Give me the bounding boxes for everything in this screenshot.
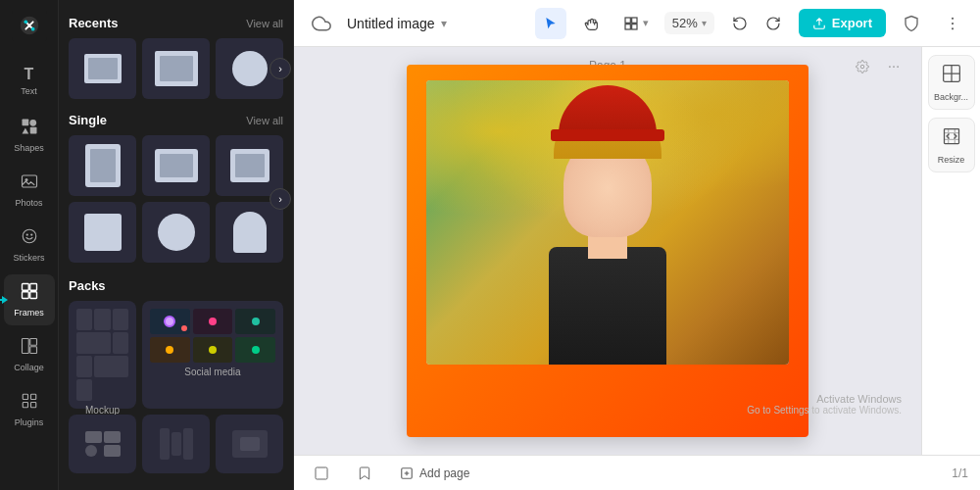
page-settings-button[interactable] — [851, 55, 874, 78]
recent-frame-2[interactable] — [142, 38, 210, 99]
activate-windows-notice: Activate Windows Go to Settings to activ… — [747, 393, 902, 416]
svg-rect-5 — [29, 127, 36, 134]
svg-point-30 — [889, 66, 891, 68]
pack-item-5[interactable] — [216, 415, 283, 473]
layout-chevron-icon: ▾ — [643, 17, 649, 29]
svg-point-10 — [30, 233, 32, 235]
nav-sidebar: T Text Shapes Photos — [0, 0, 59, 490]
app-logo[interactable] — [12, 8, 47, 43]
nav-item-shapes[interactable]: Shapes — [4, 110, 55, 161]
frame-shape-wide — [155, 51, 198, 86]
canvas-main[interactable]: Page 1 — [294, 47, 921, 455]
resize-icon — [942, 126, 961, 151]
packs-row2 — [69, 415, 283, 473]
nav-label-frames: Frames — [14, 308, 44, 318]
frame-shape-rect — [84, 54, 122, 83]
svg-rect-16 — [29, 339, 36, 346]
canvas-area: Page 1 — [294, 47, 980, 455]
top-bar: Untitled image ▾ ▾ — [294, 0, 980, 47]
single-next-btn[interactable]: › — [270, 188, 291, 210]
cursor-tool-button[interactable] — [535, 8, 566, 39]
photo-frame — [426, 80, 789, 365]
nav-item-plugins[interactable]: Plugins — [4, 384, 55, 435]
pack-mockup[interactable]: Mockup — [69, 301, 136, 409]
layout-tool-button[interactable]: ▾ — [617, 8, 655, 39]
single-view-all[interactable]: View all — [246, 115, 283, 126]
svg-rect-12 — [29, 284, 36, 291]
add-page-label: Add page — [419, 466, 469, 480]
single-frame-5[interactable] — [142, 202, 210, 263]
undo-button[interactable] — [724, 8, 756, 39]
bottom-bar: Add page 1/1 — [294, 455, 980, 490]
recents-header: Recents View all — [69, 16, 283, 30]
pack-item-4[interactable] — [142, 415, 210, 473]
packs-header: Packs — [69, 278, 283, 293]
more-options-button[interactable] — [937, 8, 968, 39]
design-canvas[interactable] — [407, 65, 808, 437]
frames-icon — [21, 282, 38, 305]
resize-button[interactable]: Resize — [928, 118, 975, 172]
packs-grid: Mockup — [69, 301, 283, 409]
single-frame-6[interactable] — [216, 202, 283, 263]
svg-point-9 — [25, 233, 27, 235]
nav-item-frames[interactable]: Frames — [4, 274, 55, 325]
recents-grid: › — [69, 38, 283, 99]
recents-view-all[interactable]: View all — [246, 18, 283, 29]
svg-point-27 — [952, 22, 954, 24]
add-page-button[interactable]: Add page — [392, 463, 477, 484]
nav-item-photos[interactable]: Photos — [4, 165, 55, 216]
redo-button[interactable] — [758, 8, 789, 39]
svg-point-28 — [952, 27, 954, 29]
export-label: Export — [832, 16, 872, 30]
nav-label-photos: Photos — [15, 198, 42, 208]
page-counter: 1/1 — [952, 466, 968, 480]
svg-rect-17 — [29, 347, 36, 354]
export-button[interactable]: Export — [799, 9, 886, 37]
background-label: Backgr... — [934, 92, 968, 102]
svg-point-1 — [30, 27, 34, 31]
hand-tool-button[interactable] — [576, 8, 608, 39]
page-icon-button[interactable] — [306, 462, 337, 485]
document-title-area[interactable]: Untitled image ▾ — [347, 16, 447, 31]
recents-next-btn[interactable]: › — [270, 58, 291, 79]
svg-point-31 — [893, 66, 895, 68]
single-frame-1[interactable] — [69, 135, 136, 196]
frames-arrow-indicator — [0, 296, 8, 304]
stickers-icon — [21, 227, 38, 250]
document-title: Untitled image — [347, 16, 435, 31]
resize-label: Resize — [938, 155, 965, 165]
single-frame-4[interactable] — [69, 202, 136, 263]
svg-rect-23 — [631, 18, 636, 23]
single-title: Single — [69, 113, 107, 127]
bookmark-button[interactable] — [349, 462, 380, 485]
pack-social-media-label: Social media — [184, 367, 240, 377]
svg-point-32 — [897, 66, 899, 68]
page-more-button[interactable] — [882, 55, 906, 78]
single-grid: › — [69, 135, 283, 263]
zoom-chevron-icon: ▾ — [702, 18, 707, 28]
svg-rect-24 — [625, 24, 630, 28]
pack-item-3[interactable] — [69, 415, 136, 473]
pack-social-media[interactable]: Social media — [142, 301, 283, 409]
cloud-save-button[interactable] — [306, 8, 337, 39]
nav-item-text[interactable]: T Text — [4, 55, 55, 106]
nav-item-collage[interactable]: Collage — [4, 329, 55, 380]
svg-point-26 — [952, 17, 954, 19]
nav-label-shapes: Shapes — [14, 143, 44, 153]
nav-item-stickers[interactable]: Stickers — [4, 220, 55, 270]
svg-rect-6 — [22, 175, 36, 187]
single-frame-3[interactable] — [216, 135, 283, 196]
single-frame-2[interactable] — [142, 135, 210, 196]
svg-rect-11 — [22, 284, 28, 291]
svg-rect-2 — [22, 120, 28, 126]
zoom-control[interactable]: 52% ▾ — [664, 12, 714, 34]
nav-label-plugins: Plugins — [15, 417, 44, 427]
svg-rect-20 — [23, 403, 27, 408]
svg-rect-21 — [30, 403, 35, 408]
activate-windows-line2: Go to Settings to activate Windows. — [747, 405, 902, 416]
single-header: Single View all — [69, 113, 283, 127]
recent-frame-1[interactable] — [69, 38, 136, 99]
shield-button[interactable] — [896, 8, 927, 39]
background-button[interactable]: Backgr... — [928, 55, 975, 110]
plugins-icon — [21, 392, 38, 415]
